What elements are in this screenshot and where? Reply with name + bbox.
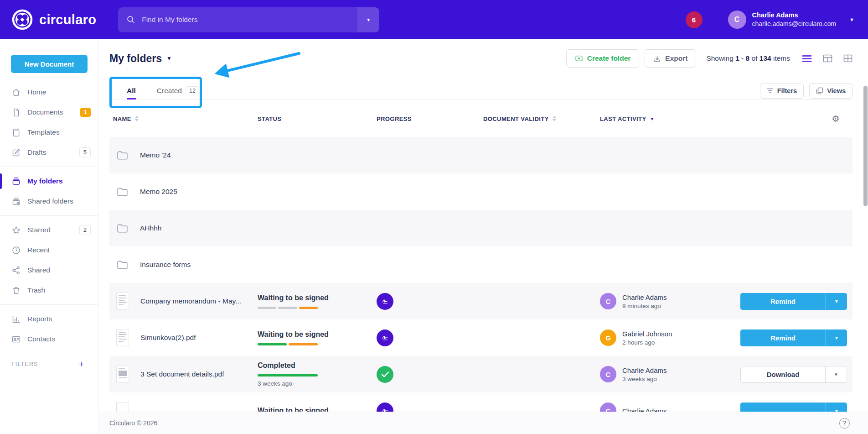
status-text: Waiting to be signed [258, 294, 377, 302]
sidebar-item-label: Templates [27, 128, 60, 136]
help-button[interactable]: ? [839, 418, 850, 429]
activity-user-name: Charlie Adams [622, 366, 667, 374]
sidebar-item-label: Documents [27, 108, 63, 116]
sort-desc-icon[interactable]: ▼ [650, 116, 655, 121]
main-content: My folders ▼ Create folder Export [98, 39, 868, 412]
export-button[interactable]: Export [645, 49, 696, 68]
sidebar-item-documents[interactable]: Documents1 [0, 102, 98, 122]
action-dropdown-caret[interactable]: ▼ [826, 293, 847, 310]
search-input[interactable]: Find in My folders ▼ [118, 7, 379, 32]
filters-button[interactable]: Filters [760, 83, 804, 99]
page-title-caret-icon[interactable]: ▼ [166, 55, 172, 62]
activity-avatar: C [600, 403, 616, 412]
filters-section-label: FILTERS [11, 361, 38, 367]
row-action-split-button: Download ▼ [740, 366, 847, 383]
folder-icon [116, 150, 129, 161]
tab-created[interactable]: Created 12 [157, 82, 199, 99]
folder-row[interactable]: Memo '24 [109, 137, 852, 173]
remind-button[interactable]: Remind [740, 329, 826, 346]
footer: Circularo © 2026 ? [98, 412, 868, 434]
completed-check-icon [377, 366, 393, 383]
document-thumbnail [116, 402, 129, 412]
signature-pending-icon [377, 403, 393, 412]
sidebar-item-badge: 2 [79, 225, 91, 235]
action-dropdown-caret[interactable]: ▼ [826, 403, 847, 412]
sidebar-item-label: Recent [27, 246, 50, 254]
sidebar-item-reports[interactable]: Reports [0, 309, 98, 329]
sidebar-item-contacts[interactable]: Contacts [0, 329, 98, 349]
document-row[interactable]: Simunkova(2).pdf Waiting to be signed G … [109, 319, 852, 356]
column-header-name[interactable]: NAME [109, 115, 258, 122]
sidebar-item-my-folders[interactable]: My folders [0, 171, 98, 191]
sidebar-item-label: Starred [27, 226, 51, 234]
search-scope-dropdown[interactable]: ▼ [357, 7, 379, 32]
action-dropdown-caret[interactable]: ▼ [825, 366, 847, 382]
reports-icon [11, 314, 21, 324]
document-row[interactable]: Company memorandum - May... Waiting to b… [109, 283, 852, 319]
sidebar-item-label: My folders [27, 177, 63, 185]
top-bar: circularo Find in My folders ▼ 6 C Charl… [0, 0, 868, 39]
table-view-icon[interactable] [823, 54, 832, 63]
sidebar-item-trash[interactable]: Trash [0, 280, 98, 300]
column-header-progress[interactable]: PROGRESS [377, 115, 480, 122]
column-header-last-activity[interactable]: LAST ACTIVITY ▼ [600, 115, 729, 122]
items-count: Showing 1 - 8 of 134 items [706, 54, 790, 63]
user-menu[interactable]: C Charlie Adams charlie.adams@circularo.… [728, 10, 855, 29]
template-icon [11, 127, 21, 137]
folder-table-body: Memo '24 Memo 2025 AHhhh Insurance forms… [109, 137, 852, 412]
sidebar-divider [0, 215, 98, 216]
search-placeholder: Find in My folders [142, 16, 197, 24]
sort-icon[interactable] [553, 116, 556, 121]
row-name: Insurance forms [140, 261, 191, 269]
create-folder-button[interactable]: Create folder [566, 49, 640, 68]
row-name: Memo 2025 [140, 188, 177, 196]
copyright-text: Circularo © 2026 [109, 419, 157, 427]
folder-row[interactable]: Insurance forms [109, 246, 852, 283]
grid-view-icon[interactable] [843, 54, 852, 63]
sidebar-item-home[interactable]: Home [0, 82, 98, 102]
sidebar-item-label: Trash [27, 286, 45, 294]
activity-user-name: Charlie Adams [622, 407, 667, 412]
activity-user-name: Gabriel Johnson [622, 330, 672, 338]
sort-icon[interactable] [135, 116, 139, 121]
folder-row[interactable]: AHhhh [109, 210, 852, 246]
sidebar-item-recent[interactable]: Recent [0, 240, 98, 260]
document-thumbnail [116, 366, 129, 383]
status-text: Completed [258, 361, 377, 370]
row-name: Memo '24 [140, 151, 171, 159]
sidebar-item-shared[interactable]: Shared [0, 260, 98, 280]
download-button[interactable]: Download [741, 366, 825, 382]
new-document-button[interactable]: New Document [11, 55, 88, 73]
sidebar-item-starred[interactable]: Starred2 [0, 220, 98, 240]
column-header-status[interactable]: STATUS [258, 115, 377, 122]
progress-bar [258, 374, 318, 376]
brand-logo[interactable]: circularo [12, 9, 96, 30]
action-button[interactable] [740, 403, 826, 412]
folder-row[interactable]: Memo 2025 [109, 173, 852, 210]
vertical-scrollbar[interactable] [863, 86, 868, 206]
document-icon [11, 107, 21, 117]
progress-bar [258, 343, 318, 345]
user-avatar: C [728, 10, 746, 29]
sidebar-item-label: Reports [27, 315, 52, 323]
add-filter-button[interactable]: + [79, 359, 84, 369]
sidebar-item-templates[interactable]: Templates [0, 122, 98, 142]
column-header-document-validity[interactable]: DOCUMENT VALIDITY [480, 115, 600, 122]
remind-button[interactable]: Remind [740, 293, 826, 310]
tab-all[interactable]: All [127, 82, 136, 99]
list-view-icon[interactable] [802, 55, 812, 63]
notifications-badge[interactable]: 6 [686, 11, 703, 28]
star-icon [11, 225, 21, 235]
document-row[interactable]: 3 Set document details.pdf Completed3 we… [109, 356, 852, 392]
sidebar-item-shared-folders[interactable]: Shared folders [0, 191, 98, 211]
document-row[interactable]: Waiting to be signed C Charlie Adams ▼ [109, 392, 852, 412]
page-title[interactable]: My folders [109, 52, 162, 65]
views-button[interactable]: Views [809, 83, 852, 99]
table-settings-gear-icon[interactable]: ⚙ [832, 114, 852, 124]
sidebar-item-drafts[interactable]: Drafts5 [0, 142, 98, 162]
table-header-row: NAME STATUS PROGRESS DOCUMENT VALIDITY L… [109, 108, 852, 130]
action-dropdown-caret[interactable]: ▼ [826, 329, 847, 346]
row-action-split-button: Remind ▼ [740, 293, 847, 310]
user-name: Charlie Adams [752, 11, 837, 20]
sidebar-item-label: Drafts [27, 148, 46, 157]
